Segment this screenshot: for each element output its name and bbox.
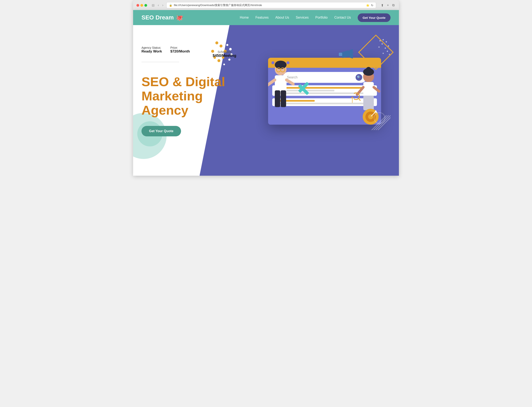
maximize-dot[interactable] (144, 4, 147, 7)
nav-contact[interactable]: Contact Us (334, 16, 351, 19)
megaphone-icon (337, 48, 354, 61)
nav-home[interactable]: Home (240, 16, 249, 19)
cross-decoration (297, 81, 312, 97)
logo-icon: 🐙 (176, 14, 183, 21)
logo-link[interactable]: SEO Dream 🐙 (142, 14, 183, 21)
agency-status-value: Ready Work (142, 49, 162, 54)
price-value: $720/Month (170, 49, 190, 54)
browser-window: ⊟ ‹ › 🔒 file:///Users/janewang/Downloads… (133, 0, 399, 10)
sidebar-toggle-button[interactable]: ⊟ (151, 3, 155, 8)
svg-line-41 (374, 87, 379, 91)
nav-links: Home Features About Us Services Portfoli… (240, 16, 351, 19)
browser-actions: ⬆ + ⧉ (380, 3, 396, 8)
hero-left: Agency Status: Ready Work Price: $720/Mo… (142, 38, 250, 136)
stat-price: Price: $720/Month (170, 46, 190, 54)
new-tab-button[interactable]: + (386, 3, 390, 8)
price-label: Price: (170, 46, 190, 49)
nav-features[interactable]: Features (255, 16, 269, 19)
stat-agency-status: Agency Status: Ready Work (142, 46, 162, 54)
hero-title: SEO & Digital Marketing Agency (142, 75, 250, 117)
svg-rect-37 (363, 96, 374, 110)
svg-point-43 (382, 39, 384, 40)
megaphone-decoration (337, 48, 354, 62)
nav-services[interactable]: Services (296, 16, 309, 19)
svg-point-42 (386, 41, 387, 42)
hero-title-line2: Marketing (142, 89, 203, 103)
person-left-svg (268, 58, 297, 124)
reload-icon[interactable]: ↻ (371, 4, 373, 7)
tabs-button[interactable]: ⧉ (391, 3, 396, 8)
bookmark-icon: ⭐ (366, 4, 369, 7)
svg-rect-27 (275, 75, 286, 92)
svg-rect-29 (281, 90, 286, 107)
forward-button[interactable]: › (161, 3, 164, 8)
svg-rect-36 (363, 82, 374, 97)
cross-icon (297, 81, 312, 96)
svg-line-40 (358, 98, 360, 100)
browser-titlebar: ⊟ ‹ › 🔒 file:///Users/janewang/Downloads… (136, 2, 396, 10)
svg-line-31 (286, 80, 293, 84)
hero-section: Schedules $450/Meeting Agency Status: Re… (133, 25, 399, 176)
back-button[interactable]: ‹ (157, 3, 160, 8)
browser-dots (136, 4, 147, 7)
agency-status-label: Agency Status: (142, 46, 162, 49)
nav-portfolio[interactable]: Portfolio (315, 16, 328, 19)
close-dot[interactable] (136, 4, 139, 7)
person-left-container (268, 58, 297, 125)
address-bar[interactable]: 🔒 file:///Users/janewang/Downloads/搜索引擎推… (166, 2, 376, 8)
hero-cta-button[interactable]: Get Your Quote (142, 126, 181, 136)
url-text: file:///Users/janewang/Downloads/搜索引擎推广服… (174, 3, 364, 7)
lock-icon: 🔒 (169, 4, 172, 7)
website-container: SEO Dream 🐙 Home Features About Us Servi… (133, 10, 399, 176)
svg-line-30 (268, 80, 275, 86)
browser-nav-controls: ⊟ ‹ › (151, 3, 164, 8)
nav-about[interactable]: About Us (275, 16, 289, 19)
arrow-up-decoration: ↑ (350, 93, 355, 105)
svg-rect-54 (339, 53, 342, 56)
hero-title-container: SEO & Digital Marketing Agency (142, 75, 250, 117)
main-nav: SEO Dream 🐙 Home Features About Us Servi… (133, 10, 399, 25)
stats-row: Agency Status: Ready Work Price: $720/Mo… (142, 46, 250, 54)
nav-cta-button[interactable]: Get Your Quote (358, 13, 390, 22)
svg-rect-28 (275, 90, 280, 107)
hero-title-line1: SEO & Digital (142, 74, 225, 89)
share-button[interactable]: ⬆ (380, 3, 385, 8)
minimize-dot[interactable] (140, 4, 143, 7)
hero-title-line3: Agency (142, 103, 188, 117)
hero-content: Agency Status: Ready Work Price: $720/Mo… (133, 25, 399, 145)
circle-outline-decoration (374, 112, 385, 124)
hero-right: Search 🔍 (259, 38, 390, 136)
svg-point-23 (275, 61, 286, 69)
logo-text: SEO Dream (142, 14, 174, 21)
